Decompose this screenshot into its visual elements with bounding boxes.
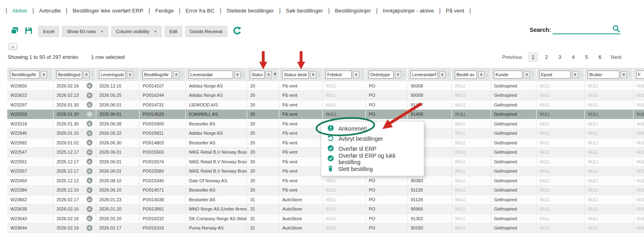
edit-button[interactable]: Edit [165, 26, 182, 37]
table-row[interactable]: W236222026.02.13+2026.05.25PO016244Adida… [7, 91, 644, 100]
expand-row-icon[interactable]: + [87, 140, 93, 146]
previous-page-button[interactable]: Previous [500, 52, 525, 62]
sort-control[interactable]: ▲▼ [486, 72, 489, 77]
filter-input-bestillingsnr-po[interactable] [142, 71, 172, 79]
table-row[interactable]: W236502026.02.16+2026.12.16PO014107Adida… [7, 81, 644, 91]
filter-input-f-cutoff[interactable] [636, 71, 644, 79]
goods-receival-button[interactable]: Goods Receival [185, 26, 227, 37]
add-row-button[interactable]: + [8, 43, 17, 50]
expand-row-icon[interactable]: + [87, 206, 93, 212]
expand-row-icon[interactable]: + [87, 215, 93, 221]
tab-error-fra-bc[interactable]: Error fra BC [180, 8, 220, 14]
table-row[interactable]: W223842025.12.10+2026.06.10PO014571Bests… [7, 186, 644, 195]
excel-button[interactable]: Excel [38, 26, 59, 37]
clear-filter-button[interactable]: x [572, 71, 578, 78]
tab-slettede-bestillinger[interactable]: Slettede bestillinger [221, 8, 279, 14]
table-row[interactable]: W236432026.02.16+2026.02.20PO016232DK Co… [7, 214, 644, 223]
search-input[interactable] [553, 25, 620, 34]
refresh-button[interactable] [233, 26, 242, 37]
clear-filter-button[interactable]: x [524, 71, 530, 78]
expand-row-icon[interactable]: + [87, 130, 93, 136]
tab-ferdige[interactable]: Ferdige [150, 8, 179, 14]
clear-filter-button[interactable]: x [439, 71, 446, 78]
expand-row-icon[interactable]: + [87, 102, 93, 108]
show-rows-dropdown[interactable]: Show 50 rows ▼ [62, 26, 108, 37]
tab-p-vent[interactable]: På vent [441, 8, 470, 14]
sort-control[interactable]: ▲▼ [135, 72, 137, 77]
page-button-4[interactable]: 4 [568, 52, 578, 62]
search-icon[interactable] [612, 25, 620, 33]
sort-control[interactable]: ▲▼ [629, 72, 631, 77]
sort-control[interactable]: ▲▼ [242, 72, 245, 77]
save-button[interactable] [25, 27, 33, 36]
clear-filter-button[interactable]: x [234, 71, 241, 78]
tab-bestillingslinjer[interactable]: Bestillingslinjer [330, 8, 376, 14]
table-row[interactable]: W236442026.02.16+2026.02.17PO016318Puma … [7, 223, 644, 233]
expand-row-icon[interactable]: + [87, 177, 93, 184]
copy-button[interactable] [10, 27, 19, 37]
clear-filter-button[interactable]: x [127, 71, 133, 78]
menu-item-avbryt-bestillinger[interactable]: Avbryt bestillinger [321, 133, 424, 144]
filter-input-bestillingsnr-w[interactable] [10, 71, 39, 79]
sort-control[interactable]: ▲▼ [361, 72, 363, 77]
expand-row-icon[interactable]: + [87, 187, 93, 193]
filter-input-kunde[interactable] [494, 71, 522, 79]
expand-row-icon[interactable]: + [87, 121, 93, 127]
page-button-2[interactable]: 2 [541, 52, 551, 62]
expand-row-icon[interactable]: + [87, 92, 93, 98]
clear-filter-button[interactable]: x [395, 71, 401, 78]
table-row[interactable]: W232972026.01.30+2026.06.01PO014731LIEWO… [7, 100, 644, 110]
sort-control[interactable]: ▲▼ [318, 72, 320, 77]
page-button-3[interactable]: 3 [555, 52, 565, 62]
sort-control[interactable]: ▲▼ [273, 72, 277, 77]
table-row[interactable]: W236622026.02.17+2026.01.23PO014038Bests… [7, 195, 644, 204]
column-visibility-dropdown[interactable]: Column visibility ▼ [111, 26, 161, 37]
page-button-6[interactable]: 6 [595, 52, 605, 62]
clear-filter-button[interactable]: x [353, 71, 359, 78]
expand-row-icon[interactable]: + [87, 158, 93, 165]
sort-control[interactable]: ▲▼ [49, 72, 51, 77]
filter-input-leverandornr[interactable] [411, 71, 438, 79]
expand-row-icon[interactable]: + [87, 83, 93, 89]
filter-input-leverandor[interactable] [189, 71, 233, 79]
clear-filter-button[interactable]: x [83, 71, 90, 78]
filter-input-ordretype[interactable] [369, 71, 394, 79]
menu-item-ankommet[interactable]: Ankommet! [321, 123, 424, 133]
page-button-1[interactable]: 1 [528, 52, 538, 62]
expand-row-icon[interactable]: + [87, 168, 93, 174]
filter-input-bestillingsdato[interactable] [56, 71, 82, 79]
filter-input-status[interactable] [250, 71, 264, 79]
menu-item-overf-r-til-erp-og-lukk-bestilling[interactable]: Overfør til ERP og lukk bestilling [321, 154, 424, 164]
filter-input-fritekst[interactable] [326, 71, 352, 79]
expand-row-icon[interactable]: + [87, 149, 93, 155]
filter-input-leveringsdato[interactable] [99, 71, 126, 79]
tab-innkj-pslinjer-aktive[interactable]: Innkjøpslinjer - aktive [378, 8, 439, 14]
clear-filter-button[interactable]: x [173, 71, 180, 78]
table-row[interactable]: W236382026.02.16+2026.01.20PO013891MNO N… [7, 204, 644, 214]
sort-control[interactable]: ▲▼ [181, 72, 184, 77]
filter-input-status-beskrivelse[interactable] [282, 71, 309, 79]
sort-control[interactable]: ▲▼ [91, 72, 94, 77]
table-row[interactable]: W224592025.12.12+2026.08.10PO015340Dale … [7, 176, 644, 186]
clear-filter-button[interactable]: x [621, 71, 627, 78]
clear-filter-button[interactable]: x [310, 71, 316, 78]
clear-filter-button[interactable]: x [478, 71, 485, 78]
table-row[interactable]: W233032026.01.30+2026.06.01PO014529ICANI… [7, 110, 644, 119]
filter-input-epost[interactable] [539, 71, 571, 79]
expand-row-icon[interactable]: + [87, 111, 93, 117]
filter-input-bruker[interactable] [588, 71, 619, 79]
next-page-button[interactable]: Next [608, 52, 624, 62]
tab-avbrudte[interactable]: Avbrudte [34, 8, 66, 14]
clear-filter-button[interactable]: x [266, 71, 272, 78]
sort-control[interactable]: ▲▼ [447, 72, 450, 77]
expand-row-icon[interactable]: + [87, 225, 93, 231]
menu-item-slett-bestilling[interactable]: Slett bestilling [321, 164, 424, 174]
page-button-5[interactable]: 5 [582, 52, 592, 62]
tab-aktive[interactable]: Aktive [7, 8, 33, 14]
tab-bestillinger-ikke-overf-rt-erp[interactable]: Bestillinger ikke overført ERP [67, 8, 149, 14]
sort-control[interactable]: ▲▼ [580, 72, 582, 77]
expand-row-icon[interactable]: + [87, 196, 93, 202]
clear-filter-button[interactable]: x [41, 71, 47, 78]
sort-control[interactable]: ▲▼ [532, 72, 534, 77]
filter-input-bestilt-av[interactable] [455, 71, 477, 79]
